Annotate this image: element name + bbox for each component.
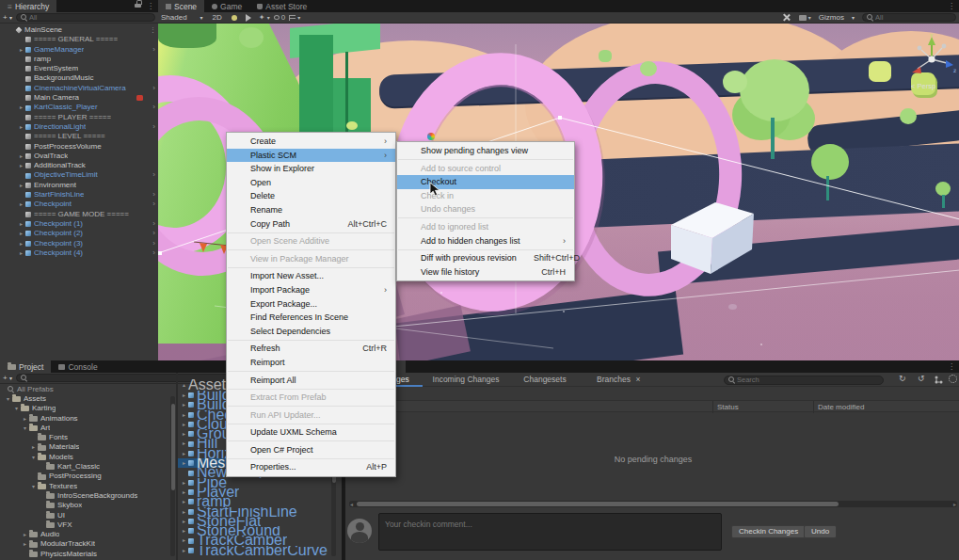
expand-toggle[interactable]: ▸: [180, 429, 188, 439]
project-file-row[interactable]: ▸ramp: [178, 497, 342, 506]
panel-options-icon[interactable]: ⋮: [143, 0, 158, 12]
perspective-label[interactable]: < Persp: [911, 82, 935, 90]
grid-settings-dropdown[interactable]: ▾: [289, 14, 300, 21]
project-folder-row[interactable]: ▾Art: [0, 424, 170, 433]
undo-icon[interactable]: ↺: [918, 374, 925, 383]
hierarchy-row[interactable]: StartFinishLine›: [0, 190, 158, 200]
lock-icon[interactable]: [135, 0, 141, 8]
project-folder-row[interactable]: ▾Textures: [0, 482, 170, 491]
scene-panel-options-icon[interactable]: ⋮: [944, 0, 959, 12]
menu-item-update-uxml-schema[interactable]: Update UXML Schema: [227, 425, 395, 440]
expand-toggle[interactable]: ▸: [17, 103, 25, 112]
expand-toggle[interactable]: ▸: [180, 488, 188, 497]
menu-item-properties[interactable]: Properties...Alt+P: [227, 460, 395, 474]
menu-item-reimport[interactable]: Reimport: [227, 356, 395, 370]
expand-toggle[interactable]: ▸: [180, 497, 188, 506]
scene-audio-toggle-icon[interactable]: [246, 14, 255, 22]
hierarchy-row[interactable]: ramp: [0, 55, 158, 64]
collapse-icon[interactable]: ▴: [180, 379, 188, 391]
menu-item-import-package[interactable]: Import Package›: [227, 283, 395, 297]
prefab-open-arrow[interactable]: ›: [152, 229, 155, 238]
submenu-item-diff-with-previous-revision[interactable]: Diff with previous revisionShift+Ctrl+D: [397, 251, 574, 265]
gear-icon[interactable]: [949, 375, 957, 383]
hierarchy-row[interactable]: EventSystem: [0, 64, 158, 73]
project-folder-row[interactable]: ▸Materials: [0, 442, 170, 452]
expand-toggle[interactable]: ▾: [29, 453, 38, 462]
expand-toggle[interactable]: ▸: [21, 414, 29, 424]
expand-toggle[interactable]: ▸: [21, 539, 29, 549]
expand-toggle[interactable]: ▸: [180, 420, 188, 429]
expand-toggle[interactable]: ▸: [17, 122, 25, 132]
prefab-open-arrow[interactable]: ›: [152, 122, 155, 132]
scene-lighting-toggle-icon[interactable]: [232, 15, 237, 21]
hierarchy-row[interactable]: PostProcessVolume: [0, 142, 158, 152]
project-folder-row[interactable]: ▾Karting: [0, 404, 170, 413]
expand-toggle[interactable]: ▸: [180, 449, 188, 458]
project-folder-row[interactable]: IntroSceneBackgrounds: [0, 491, 170, 501]
expand-toggle[interactable]: ▾: [4, 394, 12, 404]
project-create-dropdown[interactable]: + ▾: [3, 374, 12, 382]
prefab-open-arrow[interactable]: ›: [152, 239, 155, 248]
close-tab-button[interactable]: ×: [631, 373, 645, 387]
expand-toggle[interactable]: ▾: [12, 404, 21, 413]
plastic-search-input[interactable]: [737, 376, 879, 384]
tab-scene[interactable]: Scene: [158, 0, 204, 12]
menu-item-reimport-all[interactable]: Reimport All: [227, 374, 395, 388]
hierarchy-row[interactable]: ▸Checkpoint›: [0, 200, 158, 209]
expand-toggle[interactable]: ▸: [180, 507, 188, 517]
project-folder-row[interactable]: ▸Animations: [0, 414, 170, 424]
hierarchy-row[interactable]: MainScene⋮: [0, 25, 158, 35]
hierarchy-row[interactable]: Main Camera: [0, 93, 158, 103]
menu-item-create[interactable]: Create›: [227, 135, 395, 149]
expand-toggle[interactable]: ▸: [17, 219, 25, 229]
hierarchy-row[interactable]: ▸Checkpoint (3)›: [0, 239, 158, 248]
expand-toggle[interactable]: ▸: [17, 200, 25, 209]
expand-toggle[interactable]: ▸: [180, 400, 188, 409]
menu-item-rename[interactable]: Rename: [227, 203, 395, 217]
hierarchy-row[interactable]: CinemachineVirtualCamera›: [0, 84, 158, 93]
hierarchy-row[interactable]: ▸AdditionalTrack: [0, 161, 158, 170]
camera-settings-dropdown[interactable]: ▾: [799, 14, 811, 21]
project-folder-row[interactable]: PostProcessing: [0, 472, 170, 481]
expand-toggle[interactable]: ▸: [180, 536, 188, 545]
prefab-open-arrow[interactable]: ›: [152, 190, 155, 200]
hierarchy-row[interactable]: BackgroundMusic: [0, 73, 158, 83]
expand-toggle[interactable]: ▸: [180, 439, 188, 448]
undo-button[interactable]: Undo: [804, 525, 837, 538]
prefab-open-arrow[interactable]: ›: [152, 103, 155, 112]
hierarchy-row[interactable]: ▸DirectionalLight›: [0, 122, 158, 132]
project-file-row[interactable]: ▸TrackCamber: [178, 536, 342, 545]
tab-game[interactable]: Game: [204, 0, 249, 12]
prefab-open-arrow[interactable]: ›: [152, 45, 155, 55]
tab-project[interactable]: Project: [0, 360, 51, 373]
component-tools-icon[interactable]: [782, 13, 791, 22]
hierarchy-row[interactable]: ▸GameManager›: [0, 45, 158, 55]
project-file-row[interactable]: ▸TrackCamberCurve: [178, 546, 342, 555]
scrollbar-thumb[interactable]: [357, 502, 839, 506]
prefab-open-arrow[interactable]: ›: [152, 170, 155, 180]
hierarchy-row[interactable]: ▸Environment: [0, 181, 158, 190]
submenu-item-add-to-hidden-changes-list[interactable]: Add to hidden changes list›: [397, 234, 574, 248]
expand-toggle[interactable]: ▸: [180, 410, 188, 420]
shading-mode-dropdown[interactable]: Shaded▾: [161, 13, 203, 22]
checkin-comment-input[interactable]: [379, 516, 721, 533]
project-folder-row[interactable]: ▸ModularTrackKit: [0, 539, 170, 549]
project-file-row[interactable]: ▸StartFinishLine: [178, 507, 342, 517]
hierarchy-row[interactable]: ▸OvalTrack: [0, 152, 158, 161]
hierarchy-row[interactable]: ===== PLAYER =====: [0, 113, 158, 122]
menu-item-plastic-scm[interactable]: Plastic SCM›: [227, 149, 395, 163]
checkin-comment-box[interactable]: [378, 513, 722, 551]
prefab-open-arrow[interactable]: ›: [152, 200, 155, 209]
scene-visibility-toggle[interactable]: 0: [274, 13, 285, 22]
menu-item-find-references-in-scene[interactable]: Find References In Scene: [227, 311, 395, 325]
gizmos-dropdown[interactable]: Gizmos▾: [819, 13, 855, 22]
project-folder-row[interactable]: ▾Models: [0, 453, 170, 462]
create-dropdown-button[interactable]: + ▾: [3, 13, 12, 22]
prefab-open-arrow[interactable]: ›: [152, 248, 155, 258]
hierarchy-row[interactable]: ===== GENERAL =====: [0, 35, 158, 44]
menu-item-select-dependencies[interactable]: Select Dependencies: [227, 325, 395, 339]
scene-search-input[interactable]: [875, 13, 951, 22]
project-file-row[interactable]: ▸StoneFlat: [178, 517, 342, 526]
project-file-row[interactable]: ▸Player: [178, 488, 342, 497]
expand-toggle[interactable]: ▸: [180, 526, 188, 536]
